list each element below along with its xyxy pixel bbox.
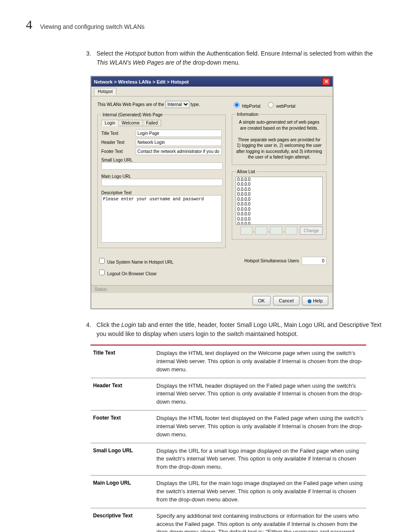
subtabs: LoginWelcomeFailed bbox=[101, 120, 222, 126]
logout-on-close-checkbox[interactable]: Logout On Browser Close bbox=[97, 268, 156, 277]
subtab-failed[interactable]: Failed bbox=[143, 120, 161, 126]
internal-page-fieldset: Internal (Generated) Web Page LoginWelco… bbox=[97, 112, 226, 248]
httpportal-radio[interactable]: httpPortal bbox=[232, 104, 261, 109]
header-text-input[interactable] bbox=[136, 139, 222, 146]
table-row: Header TextDisplays the HTML header disp… bbox=[90, 378, 366, 411]
breadcrumb: Network > Wireless LANs > Edit > Hotspot bbox=[94, 79, 189, 84]
button-bar: OK Cancel Help bbox=[91, 293, 333, 308]
hotspot-dialog: Network > Wireless LANs > Edit > Hotspot… bbox=[90, 76, 333, 309]
portal-radio-group: httpPortal webPortal bbox=[232, 101, 327, 109]
allow-list-item[interactable]: 0.0.0.0 bbox=[236, 187, 322, 192]
table-row: Small Logo URLDisplays the URL for a sma… bbox=[90, 443, 366, 476]
subtab-welcome[interactable]: Welcome bbox=[118, 120, 143, 126]
page-type-select[interactable]: Internal bbox=[165, 101, 190, 108]
ok-button[interactable]: OK bbox=[252, 296, 271, 305]
title-text-input[interactable] bbox=[136, 130, 222, 137]
ip-entry-row: ... Change bbox=[236, 227, 323, 235]
allow-list-item[interactable]: 0.0.0.0 bbox=[236, 182, 322, 187]
ip-octet-4[interactable] bbox=[285, 227, 297, 235]
footer-text-input[interactable] bbox=[136, 148, 222, 155]
table-row: Footer TextDisplays the HTML footer text… bbox=[90, 411, 366, 443]
step-3: 3. Select the Hotspot button from within… bbox=[86, 49, 385, 67]
allow-list-item[interactable]: 0.0.0.0 bbox=[236, 207, 322, 212]
allow-list-fieldset: Allow List 0.0.0.00.0.0.00.0.0.00.0.0.00… bbox=[232, 169, 327, 240]
dialog-titlebar: Network > Wireless LANs > Edit > Hotspot… bbox=[91, 77, 333, 87]
ip-octet-2[interactable] bbox=[255, 227, 267, 235]
dialog-extras: Use System Name in Hotspot URL Hotspot S… bbox=[91, 255, 333, 285]
table-row: Title TextDisplays the HTML text display… bbox=[90, 345, 366, 378]
field-description-table: Title TextDisplays the HTML text display… bbox=[90, 345, 366, 532]
webportal-radio[interactable]: webPortal bbox=[266, 104, 295, 109]
page-type-row: This WLANs Web Pages are of the Internal… bbox=[97, 101, 226, 108]
page-header: 4 Viewing and configuring switch WLANs bbox=[26, 17, 385, 32]
allow-listbox[interactable]: 0.0.0.00.0.0.00.0.0.00.0.0.00.0.0.00.0.0… bbox=[236, 177, 323, 225]
simultaneous-users-input[interactable] bbox=[302, 257, 327, 265]
step-4: 4. Click the Login tab and enter the tit… bbox=[86, 320, 385, 339]
allow-list-item[interactable]: 0.0.0.0 bbox=[236, 212, 322, 217]
ip-octet-3[interactable] bbox=[270, 227, 282, 235]
use-system-name-checkbox[interactable]: Use System Name in Hotspot URL bbox=[97, 257, 174, 265]
chapter-number: 4 bbox=[26, 17, 32, 32]
table-row: Descriptive TextSpecify any additional t… bbox=[90, 508, 366, 532]
help-icon bbox=[308, 299, 311, 303]
table-row: Main Logo URLDisplays the URL for the ma… bbox=[90, 476, 366, 508]
close-icon[interactable]: ✕ bbox=[322, 78, 330, 85]
descriptive-text-input[interactable]: Please enter your username and password bbox=[101, 195, 222, 243]
allow-list-item[interactable]: 0.0.0.0 bbox=[236, 177, 322, 182]
change-button[interactable]: Change bbox=[300, 227, 323, 235]
subtab-login[interactable]: Login bbox=[101, 120, 118, 126]
allow-list-item[interactable]: 0.0.0.0 bbox=[236, 197, 322, 202]
section-title: Viewing and configuring switch WLANs bbox=[40, 23, 145, 30]
ip-octet-1[interactable] bbox=[240, 227, 252, 235]
help-button[interactable]: Help bbox=[302, 296, 328, 305]
dialog-tabs: Hotspot bbox=[91, 87, 333, 96]
cancel-button[interactable]: Cancel bbox=[273, 296, 299, 305]
information-fieldset: Information A simple auto-generated set … bbox=[232, 112, 327, 165]
main-logo-input[interactable] bbox=[101, 179, 223, 186]
allow-list-item[interactable]: 0.0.0.0 bbox=[236, 192, 322, 197]
allow-list-item[interactable]: 0.0.0.0 bbox=[236, 217, 322, 222]
tab-hotspot[interactable]: Hotspot bbox=[94, 88, 116, 95]
status-bar: Status: bbox=[91, 285, 333, 293]
allow-list-item[interactable]: 0.0.0.0 bbox=[236, 221, 322, 225]
small-logo-input[interactable] bbox=[101, 162, 223, 170]
allow-list-item[interactable]: 0.0.0.0 bbox=[236, 202, 322, 207]
